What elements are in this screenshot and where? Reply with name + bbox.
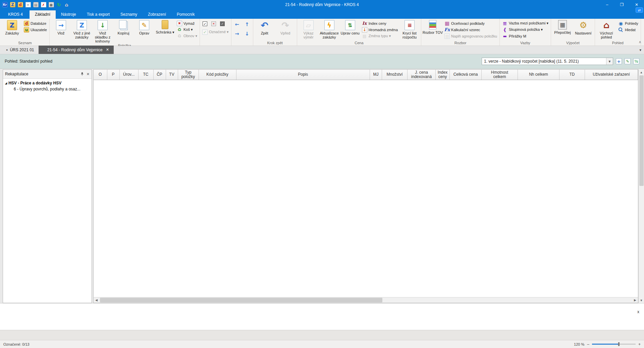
- column-header-uzivatelske-zarazeni[interactable]: Uživatelské zařazení: [585, 70, 638, 80]
- deselect-red-button[interactable]: [210, 20, 217, 27]
- column-header-cp[interactable]: ČP: [153, 70, 166, 80]
- oprav-button[interactable]: Oprav: [134, 19, 155, 40]
- doc-tab-urs-2021-01[interactable]: ●ÚRS 2021 01: [1, 46, 39, 54]
- menu-tab-zakladni[interactable]: Základní: [30, 10, 56, 19]
- hledat-button[interactable]: Hledat: [617, 26, 640, 33]
- vymaz-button[interactable]: Vymaž: [175, 20, 199, 26]
- refresh-icon[interactable]: [56, 2, 62, 8]
- menu-tab-zobrazeni[interactable]: Zobrazení: [143, 10, 171, 19]
- tree-item-hsv-prace-a-dodavky-hsv[interactable]: ◢HSV - Práce a dodávky HSV: [4, 80, 91, 86]
- vykaz-vymer-button[interactable]: Výkaz výměr: [298, 19, 319, 40]
- kos-button[interactable]: Koš ▾: [175, 26, 199, 33]
- tab-list-dropdown-icon[interactable]: ▾: [639, 48, 641, 52]
- vloz-skladbu-z-knihovny-button[interactable]: Vlož skladbu z knihovny: [92, 19, 113, 43]
- document-icon[interactable]: [25, 2, 31, 8]
- column-header-typ-polozky[interactable]: Typ položky: [178, 70, 199, 80]
- zoom-in-icon[interactable]: +: [638, 342, 641, 347]
- minimize-button[interactable]: –: [600, 0, 614, 9]
- column-header-nh-celkem[interactable]: Nh celkem: [518, 70, 559, 80]
- zpet-button[interactable]: Zpět: [254, 19, 275, 40]
- column-header-hmotnost-celkem[interactable]: Hmotnost celkem: [482, 70, 518, 80]
- menu-tab-seznamy[interactable]: Seznamy: [115, 10, 143, 19]
- compare-versions-icon[interactable]: [633, 58, 639, 64]
- horizontal-scrollbar[interactable]: ◀ ▶: [94, 297, 638, 303]
- skupinova-polozka-button[interactable]: Skupinová položka ▾: [501, 26, 550, 33]
- zoom-slider-thumb[interactable]: [618, 342, 620, 346]
- invert-selection-button[interactable]: [219, 20, 226, 27]
- ribbon-collapse-icon[interactable]: ∧: [639, 40, 641, 44]
- folder-z-icon[interactable]: [10, 2, 15, 8]
- home-small-icon[interactable]: [64, 2, 69, 8]
- tree-expand-icon[interactable]: ◢: [5, 82, 7, 85]
- hromadna-zmena-button[interactable]: Hromadná změna: [361, 26, 399, 33]
- calculator-small-icon[interactable]: [48, 2, 54, 8]
- edit-version-icon[interactable]: [625, 58, 631, 64]
- column-header-celkova-cena[interactable]: Celková cena: [450, 70, 482, 80]
- napln-agregovanou-polozku-button[interactable]: Naplň agregovanou položku: [443, 33, 498, 39]
- panel-close-icon[interactable]: ✕: [87, 72, 90, 76]
- menu-tab-tisk-a-export[interactable]: Tisk a export: [82, 10, 115, 19]
- move-right-button[interactable]: [234, 30, 240, 37]
- uprav-cenu-button[interactable]: Uprav cenu: [340, 19, 361, 40]
- tab-close-icon[interactable]: ✕: [106, 48, 109, 52]
- aktualizace-zakazky-button[interactable]: Aktualizace zakázky: [319, 19, 340, 40]
- ocenovaci-podklady-button[interactable]: Oceňovací podklady: [443, 20, 498, 26]
- select-all-button[interactable]: [202, 20, 208, 27]
- column-header-mj[interactable]: MJ: [370, 70, 382, 80]
- version-select-caret-icon[interactable]: ▼: [606, 58, 613, 65]
- vloz-button[interactable]: Vlož: [51, 19, 71, 40]
- vpred-button[interactable]: Vpřed: [275, 19, 296, 40]
- vychozi-pohled-button[interactable]: Výchozí pohled: [596, 19, 617, 40]
- tree-item-6-upravy-povrchu-podlahy-a-osaz[interactable]: 6 - Úpravy povrchů, podlahy a osaz...: [4, 86, 91, 92]
- zoom-out-icon[interactable]: –: [587, 342, 589, 347]
- ukazatele-button[interactable]: Ukazatele: [22, 26, 48, 33]
- column-header-tv[interactable]: TV: [166, 70, 178, 80]
- move-down-button[interactable]: [244, 30, 251, 37]
- summary-close-icon[interactable]: x: [637, 309, 639, 314]
- zakazky-button[interactable]: Zakázky: [2, 19, 22, 40]
- column-header-p[interactable]: P: [107, 70, 119, 80]
- scroll-down-icon[interactable]: ▼: [639, 297, 644, 303]
- column-header-td[interactable]: TD: [559, 70, 585, 80]
- folder-d-icon[interactable]: [17, 2, 23, 8]
- move-up-button[interactable]: [244, 21, 251, 28]
- index-ceny-button[interactable]: Index ceny: [361, 20, 399, 26]
- zmena-typu-button[interactable]: Změna typu ▾: [361, 33, 399, 39]
- version-select[interactable]: 1. verze - Nabídkový rozpočet [nabídka] …: [482, 58, 613, 65]
- vloz-z-jine-zakazky-button[interactable]: Vlož z jiné zakázky: [71, 19, 92, 40]
- schranka-button[interactable]: Schránka ▾: [155, 19, 175, 40]
- hscroll-thumb[interactable]: [100, 298, 382, 302]
- column-header-tc[interactable]: TC: [138, 70, 153, 80]
- pin-icon[interactable]: [80, 72, 84, 76]
- databaze-button[interactable]: Databáze: [22, 20, 48, 26]
- prepocitej-button[interactable]: Přepočítej: [552, 19, 573, 40]
- scroll-right-icon[interactable]: ▶: [632, 297, 638, 303]
- menu-tab-pomocnik[interactable]: Pomocník: [171, 10, 200, 19]
- vazba-mezi-polozkami-button[interactable]: Vazba mezi položkami ▾: [501, 20, 550, 26]
- column-header-urov[interactable]: Úrov...: [119, 70, 138, 80]
- column-header-kod-polozky[interactable]: Kód položky: [199, 70, 236, 80]
- scroll-left-icon[interactable]: ◀: [94, 297, 99, 303]
- kros-logo-icon[interactable]: [2, 2, 8, 8]
- column-header-j-cena-indexovana[interactable]: J. cena indexovaná: [408, 70, 436, 80]
- menu-tab-nastroje[interactable]: Nástroje: [56, 10, 82, 19]
- restore-button[interactable]: ❐: [614, 0, 629, 9]
- column-header-mnozstvi[interactable]: Množství: [382, 70, 408, 80]
- kryci-list-rozpoctu-button[interactable]: Krycí list rozpočtu: [399, 19, 420, 40]
- pohledy-button[interactable]: Pohledy: [617, 20, 640, 26]
- add-version-icon[interactable]: [616, 58, 622, 64]
- nastaveni-button[interactable]: Nastavení: [573, 19, 594, 40]
- checkbox-x-icon[interactable]: [41, 2, 46, 8]
- menu-app-button[interactable]: KROS 4: [1, 10, 30, 19]
- printer-icon[interactable]: [33, 2, 39, 8]
- zoom-slider[interactable]: [592, 344, 636, 345]
- scroll-up-icon[interactable]: ▲: [639, 69, 644, 75]
- vertical-scrollbar[interactable]: ▲ ▼: [638, 69, 644, 303]
- prirazky-m-button[interactable]: Přirážky M: [501, 33, 550, 39]
- vscroll-thumb[interactable]: [639, 75, 644, 186]
- column-header-index-ceny[interactable]: Index ceny: [436, 70, 450, 80]
- teamviewer-badge-icon[interactable]: ⇄: [636, 7, 643, 13]
- kopiruj-button[interactable]: Kopíruj: [113, 19, 134, 40]
- oznacene-button[interactable]: Označené ▾: [201, 29, 230, 35]
- rozbor-tov-button[interactable]: Rozbor TOV: [422, 19, 443, 40]
